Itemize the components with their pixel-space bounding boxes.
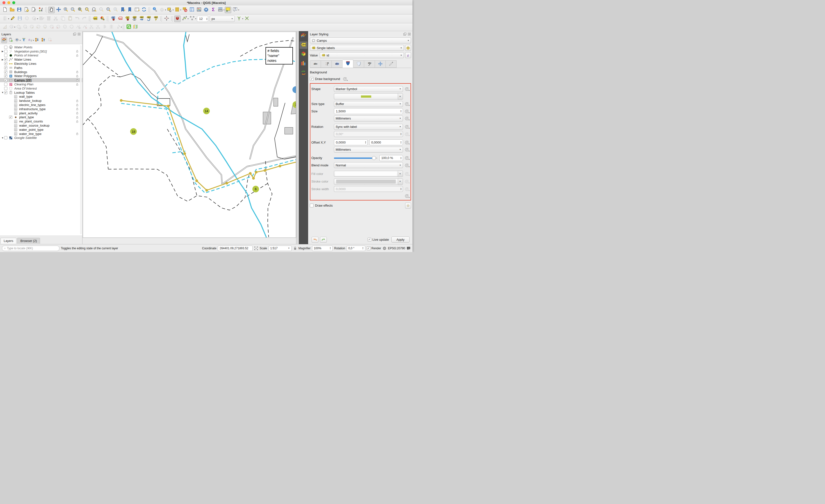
measure-button[interactable] [217,7,224,13]
identify-features-button[interactable]: i [151,7,158,13]
search-plugin-button[interactable] [126,24,132,30]
attribute-table-button[interactable] [189,7,195,13]
shape-combo[interactable]: Marker Symbol▼ [334,86,403,92]
layer-item-clearing-plan[interactable]: Clearing Plan [0,82,82,86]
marker-symbol-preview[interactable] [334,93,398,99]
text-annotation-button[interactable]: T [232,7,238,13]
data-defined-override-icon[interactable]: ▾ [404,116,409,121]
expander-icon[interactable]: ▶ [1,59,4,61]
layer-item-water-lines[interactable]: ▶✓Water Lines [0,58,82,62]
data-defined-override-icon[interactable]: ▾ [404,101,409,106]
filter-by-expression-button[interactable]: ε [27,37,33,43]
layer-item-infrastructure-type[interactable]: infrastructure_type [0,107,82,111]
open-layer-styling-button[interactable] [1,37,7,43]
live-update-checkbox[interactable]: ✓ [368,238,371,241]
map-tips-button[interactable] [225,7,231,13]
layer-diagram-button[interactable] [99,15,105,22]
expander-icon[interactable]: ▶ [1,50,4,53]
scale-combo[interactable]: 1:517▼ [269,246,292,251]
minimize-window-button[interactable] [7,1,10,4]
automated-placement-settings-button[interactable] [405,45,411,51]
new-bookmark-button[interactable]: ★ [119,7,126,13]
label-mode-combo[interactable]: abc Single labels ▼ [310,45,404,51]
pan-to-selection-button[interactable] [55,7,62,13]
manage-map-themes-button[interactable] [14,37,20,43]
style-manager-button[interactable]: a [37,7,44,13]
render-checkbox[interactable]: ✓ [367,246,371,250]
rotation-spinbox[interactable]: 0,0 °▲▼ [347,246,365,251]
maximize-window-button[interactable] [12,1,15,4]
label-tab-buffer[interactable]: abc [332,60,343,68]
magnifier-spinbox[interactable]: 100%▲▼ [312,246,333,251]
data-defined-override-icon[interactable]: ▾ [343,76,348,81]
vertex-tool-button[interactable] [181,15,188,22]
rotate-label-button[interactable]: abc [145,15,152,22]
lock-scale-icon[interactable] [293,246,297,250]
styling-redo-button[interactable] [320,237,327,243]
layer-item-buildings[interactable]: ✓Buildings [0,70,82,74]
opacity-spinbox[interactable]: 100,0 %▲▼ [379,155,403,161]
snap-tolerance-spinner[interactable]: 12▲▼ [197,16,208,22]
offset-x-spinbox[interactable]: 0,0000▲▼ [334,139,368,145]
messages-bubble-icon[interactable] [406,246,410,250]
expander-icon[interactable]: ▼ [1,137,4,139]
layer-item-water-line-type[interactable]: water_line_type [0,132,82,136]
label-tab-background[interactable] [343,60,353,68]
layer-item-vegetation-points-301[interactable]: ▶Vegetation points [301] [0,49,82,54]
locate-search-input[interactable]: ⌕ Type to locate (⌘K) [2,246,59,251]
processing-toolbox-button[interactable] [203,7,210,13]
layer-visibility-checkbox[interactable] [4,136,7,139]
expand-all-button[interactable] [34,37,40,43]
float-panel-icon[interactable] [73,32,76,36]
data-defined-override-icon[interactable]: ▾ [404,109,409,114]
size-type-combo[interactable]: Buffer▼ [334,101,403,107]
advanced-digitizing-dock-button[interactable] [163,15,170,22]
layer-visibility-checkbox[interactable] [4,54,7,57]
symbol-dropdown-button[interactable]: ▼ [398,93,403,100]
snapping-toggle-button[interactable] [174,15,181,22]
layer-visibility-checkbox[interactable]: ✓ [9,115,12,119]
layer-visibility-checkbox[interactable]: ✓ [4,74,7,78]
styling-tab-symbology[interactable] [300,32,307,39]
zoom-to-layer-button[interactable] [91,7,97,13]
layout-manager-button[interactable] [30,7,37,13]
layer-visibility-checkbox[interactable] [4,50,7,53]
value-field-combo[interactable]: 123 id ▼ [320,52,404,58]
float-panel-icon[interactable] [403,32,406,36]
show-hide-labels-button[interactable]: abc [131,15,138,22]
layer-visibility-checkbox[interactable] [4,46,7,49]
layer-item-google-satellite[interactable]: ▼Google Satellite [0,136,82,140]
traffic-lights[interactable] [2,1,15,4]
close-panel-icon[interactable] [407,32,411,36]
quickmap-plugin-button[interactable] [132,24,139,30]
offset-unit-combo[interactable]: Millimeters▼ [334,147,403,153]
select-by-value-button[interactable] [174,7,180,13]
opacity-slider[interactable] [334,156,377,160]
draw-effects-checkbox[interactable] [310,204,313,207]
label-tab-text[interactable]: abc [310,60,321,68]
layer-selector-combo[interactable]: Camps ▼ [310,37,411,44]
data-defined-override-icon[interactable]: ▾ [404,86,409,91]
layer-visibility-checkbox[interactable]: ✓ [4,70,7,74]
close-panel-icon[interactable] [77,32,81,36]
layer-item-points-of-interest[interactable]: Points of Interest [0,54,82,58]
data-defined-override-icon[interactable]: ▾ [404,155,409,161]
draw-background-checkbox[interactable]: ✓ [310,77,313,81]
data-defined-override-icon[interactable]: ▾ [404,147,409,152]
layer-labeling-button[interactable]: abc [92,15,98,22]
layer-item-landuse-lookup[interactable]: landuse_lookup [0,99,82,103]
label-tab-shadow[interactable] [353,60,364,68]
styling-tab-labels[interactable]: abc [300,41,307,49]
effects-customize-button[interactable] [405,203,411,208]
size-unit-combo[interactable]: Millimeters▼ [334,115,403,121]
label-tab-rendering[interactable] [386,60,396,68]
apply-button[interactable]: Apply [391,237,409,243]
save-project-button[interactable] [16,7,22,13]
size-spinbox[interactable]: 1,5000▲▼ [334,108,403,114]
layer-item-paths[interactable]: ✓Paths [0,66,82,70]
offset-y-spinbox[interactable]: 0,0000▲▼ [369,139,403,145]
crs-globe-icon[interactable] [383,246,386,250]
select-features-button[interactable] [166,7,173,13]
blend-mode-combo[interactable]: Normal▼ [334,162,403,168]
layer-item-area-of-interest[interactable]: Area Of Interest [0,86,82,91]
